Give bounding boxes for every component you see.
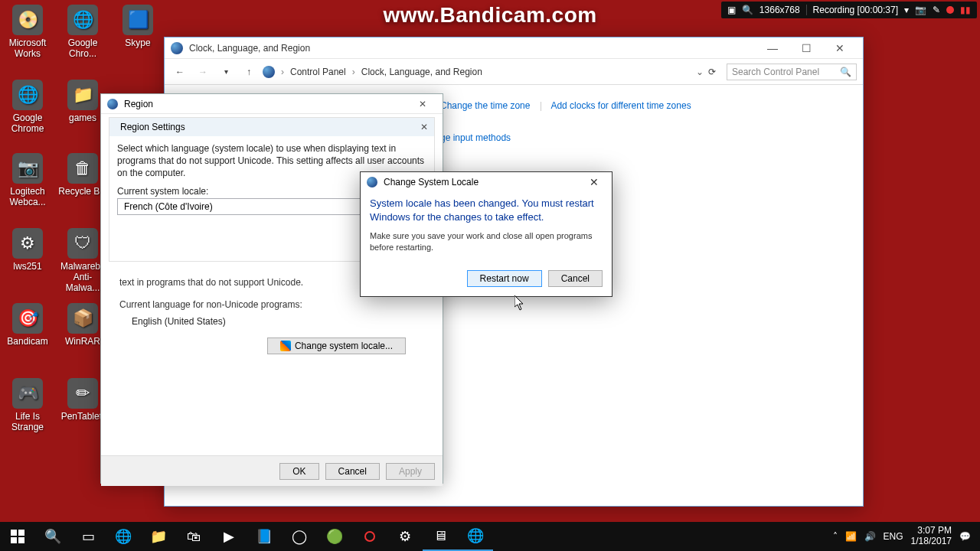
desktop-icon-label: Bandicam	[3, 337, 52, 347]
cancel-button[interactable]: Cancel	[548, 270, 603, 287]
desktop-icon-label: Google Chrome	[3, 113, 52, 135]
cp-addressbar: ← → ▾ ↑ › Control Panel › Clock, Languag…	[165, 59, 863, 85]
resolution-text: 1366x768	[760, 5, 800, 15]
link-add-clocks[interactable]: Add clocks for different time zones	[550, 100, 691, 111]
minimize-button[interactable]: —	[756, 37, 789, 59]
globe-icon	[367, 177, 377, 187]
desktop-icon[interactable]: 📷Logitech Webca...	[3, 153, 52, 208]
link-input-methods-partial[interactable]: ge input methods	[440, 132, 511, 143]
camera-icon[interactable]: 📷	[915, 5, 926, 15]
taskbar-control-panel[interactable]: 🖥	[423, 522, 458, 551]
app-icon: 📷	[12, 153, 43, 184]
modal-headline: System locale has been changed. You must…	[370, 197, 603, 224]
taskbar-store[interactable]: 🛍	[176, 522, 211, 551]
modal-title: Change System Locale	[384, 177, 479, 187]
app-icon: 🛡	[67, 228, 98, 259]
system-tray[interactable]: ˄ 📶 🔊 ENG 3:07 PM 1/18/2017 💬	[833, 526, 980, 547]
back-button[interactable]: ←	[171, 63, 189, 81]
desktop-icon[interactable]: 🎮Life Is Strange	[3, 378, 52, 433]
app-icon: 📀	[12, 5, 43, 35]
forward-button[interactable]: →	[194, 63, 212, 81]
desktop-icon[interactable]: 🌐Google Chro...	[58, 5, 107, 60]
globe-icon	[263, 66, 275, 78]
nonunicode-label: Current language for non-Unicode program…	[119, 299, 424, 311]
modal-titlebar[interactable]: Change System Locale ✕	[361, 172, 612, 192]
cp-titlebar[interactable]: Clock, Language, and Region — ☐ ✕	[165, 37, 863, 59]
search-input[interactable]: Search Control Panel 🔍	[727, 64, 857, 80]
close-button[interactable]: ✕	[420, 122, 428, 132]
desktop-icon-label: lws251	[3, 262, 52, 272]
taskbar-bandicam[interactable]	[352, 522, 387, 551]
tray-clock[interactable]: 3:07 PM 1/18/2017	[911, 526, 952, 547]
tray-volume-icon[interactable]: 🔊	[864, 531, 876, 542]
up-button[interactable]: ↑	[240, 63, 258, 81]
pencil-icon[interactable]: ✎	[933, 5, 940, 15]
recording-text: Recording [00:00:37]	[813, 5, 898, 15]
start-button[interactable]	[0, 522, 35, 551]
taskbar-chrome[interactable]: 🌐	[106, 522, 141, 551]
refresh-button[interactable]: ⟳	[708, 67, 716, 77]
taskbar-settings[interactable]: ⚙	[387, 522, 423, 551]
tray-notifications-icon[interactable]: 💬	[959, 531, 971, 542]
taskbar[interactable]: 🔍 ▭ 🌐 📁 🛍 ▶ 📘 ◯ 🟢 ⚙ 🖥 🌐 ˄ 📶 🔊 ENG 3:07 P…	[0, 522, 980, 551]
change-system-locale-modal: Change System Locale ✕ System locale has…	[360, 171, 612, 297]
svg-rect-2	[11, 537, 17, 543]
modal-instruction: Make sure you save your work and close a…	[370, 230, 603, 253]
tray-language[interactable]: ENG	[884, 531, 903, 542]
taskbar-steam[interactable]: ◯	[282, 522, 317, 551]
bandicam-watermark: www.Bandicam.com	[383, 3, 596, 28]
app-icon: 📦	[67, 303, 98, 334]
close-button[interactable]: ✕	[583, 172, 606, 192]
crop-icon: ▣	[727, 5, 736, 15]
nonunicode-value: English (United States)	[119, 311, 424, 337]
taskbar-media[interactable]: ▶	[211, 522, 247, 551]
desktop-icon[interactable]: 🎯Bandicam	[3, 303, 52, 347]
taskbar-word[interactable]: 📘	[247, 522, 282, 551]
cancel-button[interactable]: Cancel	[325, 463, 380, 480]
close-button[interactable]: ✕	[823, 37, 857, 59]
history-chevron-icon[interactable]: ▾	[217, 63, 235, 81]
region-settings-title: Region Settings	[120, 122, 185, 132]
taskbar-qbittorrent[interactable]: 🟢	[317, 522, 352, 551]
tray-chevron-up-icon[interactable]: ˄	[833, 531, 838, 542]
breadcrumb-root[interactable]: Control Panel	[290, 67, 346, 77]
region-buttonbar: OK Cancel Apply	[101, 455, 443, 486]
chevron-down-icon[interactable]: ▾	[904, 5, 909, 15]
cp-category-links: Change the time zone Add clocks for diff…	[440, 100, 863, 143]
desktop-icon[interactable]: 🟦Skype	[113, 5, 162, 49]
task-view-button[interactable]: ▭	[70, 522, 106, 551]
app-icon: 🌐	[67, 5, 98, 35]
svg-rect-3	[18, 537, 24, 543]
address-dropdown-icon[interactable]: ⌄	[696, 67, 704, 77]
ok-button[interactable]: OK	[279, 463, 318, 480]
restart-now-button[interactable]: Restart now	[467, 270, 542, 287]
search-placeholder: Search Control Panel	[732, 67, 819, 77]
region-settings-titlebar[interactable]: Region Settings ✕	[109, 118, 434, 136]
close-button[interactable]: ✕	[409, 94, 436, 114]
region-title-text: Region	[124, 99, 153, 109]
tray-network-icon[interactable]: 📶	[845, 531, 857, 542]
desktop-icon[interactable]: 📀Microsoft Works	[3, 5, 52, 60]
change-system-locale-button[interactable]: Change system locale...	[267, 337, 406, 354]
desktop-icon[interactable]: 🌐Google Chrome	[3, 80, 52, 135]
link-change-timezone[interactable]: Change the time zone	[440, 100, 530, 111]
taskbar-file-explorer[interactable]: 📁	[141, 522, 176, 551]
maximize-button[interactable]: ☐	[789, 37, 823, 59]
desktop-icon-label: Logitech Webca...	[3, 187, 52, 208]
globe-icon	[171, 42, 183, 54]
mouse-cursor	[514, 295, 525, 311]
region-titlebar[interactable]: Region ✕	[101, 94, 443, 114]
record-icon[interactable]	[946, 6, 954, 14]
svg-rect-1	[18, 530, 24, 536]
globe-icon	[107, 99, 118, 109]
taskbar-region[interactable]: 🌐	[458, 522, 493, 551]
pause-icon[interactable]: ▮▮	[960, 5, 971, 15]
search-button[interactable]: 🔍	[35, 522, 70, 551]
apply-button: Apply	[386, 463, 435, 480]
desktop-icon-label: Microsoft Works	[3, 38, 52, 60]
app-icon: 🎮	[12, 378, 43, 409]
bandicam-overlay[interactable]: ▣ 🔍 1366x768 Recording [00:00:37] ▾ 📷 ✎ …	[721, 2, 977, 18]
breadcrumb-current[interactable]: Clock, Language, and Region	[361, 67, 482, 77]
desktop-icon-label: Google Chro...	[58, 38, 107, 60]
desktop-icon[interactable]: ⚙lws251	[3, 228, 52, 272]
